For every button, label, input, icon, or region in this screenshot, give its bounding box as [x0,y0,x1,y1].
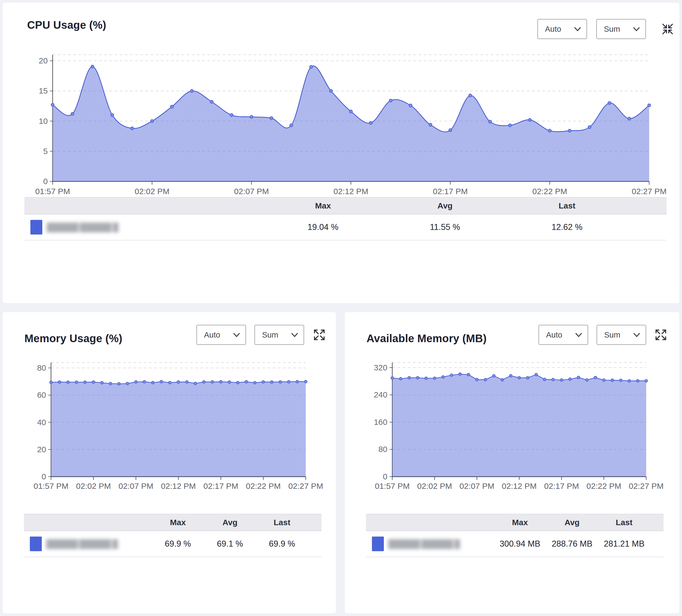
chevron-down-icon [633,333,640,337]
interval-select[interactable]: Auto [538,19,587,39]
svg-text:02:07 PM: 02:07 PM [118,481,153,491]
svg-text:01:57 PM: 01:57 PM [35,187,70,196]
interval-select-value: Auto [204,331,220,339]
svg-text:15: 15 [39,86,48,95]
legend-table-header: Max Avg Last [366,514,663,531]
last-value: 281.21 MB [598,539,650,549]
svg-text:01:57 PM: 01:57 PM [33,481,68,491]
aggregation-select-value: Sum [604,25,620,33]
interval-select-value: Auto [545,25,561,33]
table-row[interactable]: ██████ ██████ █ 300.94 MB 288.76 MB 281.… [366,531,663,557]
svg-text:10: 10 [39,117,48,125]
legend-table-header: Max Avg Last [24,514,321,531]
svg-text:80: 80 [37,363,46,372]
series-label-blurred: ██████ ██████ █ [46,539,117,548]
svg-text:02:12 PM: 02:12 PM [161,481,196,491]
svg-text:20: 20 [39,56,48,65]
last-value: 69.9 % [256,539,308,549]
series-color-swatch [30,537,42,551]
aggregation-select[interactable]: Sum [596,325,646,345]
expand-icon[interactable] [654,328,668,342]
column-header-last: Last [256,518,308,527]
aggregation-select-value: Sum [604,331,620,339]
svg-text:320: 320 [374,363,387,372]
svg-text:80: 80 [379,445,387,454]
column-header-avg: Avg [384,201,506,210]
column-header-avg: Avg [204,518,256,527]
max-value: 19.04 % [262,222,384,232]
svg-text:02:27 PM: 02:27 PM [629,481,663,491]
svg-text:02:02 PM: 02:02 PM [417,481,452,491]
max-value: 300.94 MB [494,539,546,549]
svg-text:02:17 PM: 02:17 PM [433,187,468,196]
svg-text:02:07 PM: 02:07 PM [459,481,494,491]
aggregation-select-value: Sum [262,331,278,339]
series-color-swatch [30,220,42,235]
svg-text:02:12 PM: 02:12 PM [334,187,368,196]
series-label-blurred: ██████ ██████ █ [47,222,118,232]
series-label-blurred: ██████ ██████ █ [388,539,459,548]
column-header-max: Max [494,518,546,527]
available-memory-chart[interactable]: 08016024032001:57 PM02:02 PM02:07 PM02:1… [369,359,670,493]
svg-text:02:12 PM: 02:12 PM [502,481,537,491]
column-header-max: Max [262,201,384,210]
max-value: 69.9 % [152,539,204,549]
page-title: Memory Usage (%) [24,332,122,345]
interval-select[interactable]: Auto [539,325,588,345]
svg-text:02:17 PM: 02:17 PM [203,481,238,491]
cpu-usage-panel: CPU Usage (%) Auto Sum 0510152001:57 PM0… [3,3,679,303]
svg-text:20: 20 [37,445,46,454]
svg-text:02:22 PM: 02:22 PM [587,481,621,491]
svg-text:0: 0 [42,472,46,481]
svg-text:01:57 PM: 01:57 PM [375,481,410,491]
aggregation-select[interactable]: Sum [596,19,646,39]
svg-text:02:27 PM: 02:27 PM [288,481,323,491]
svg-text:40: 40 [37,418,46,427]
series-color-swatch [372,537,384,551]
chevron-down-icon [233,333,240,337]
svg-text:02:22 PM: 02:22 PM [532,187,567,196]
svg-text:240: 240 [374,390,387,399]
memory-usage-panel: Memory Usage (%) Auto Sum 02040608001:57… [3,312,336,613]
svg-text:0: 0 [383,472,387,481]
avg-value: 69.1 % [204,539,256,549]
memory-usage-chart[interactable]: 02040608001:57 PM02:02 PM02:07 PM02:12 P… [27,359,328,493]
svg-text:0: 0 [43,177,48,186]
svg-text:160: 160 [374,418,387,426]
available-memory-legend-table: Max Avg Last ██████ ██████ █ 300.94 MB 2… [366,514,663,557]
chevron-down-icon [291,333,298,337]
column-header-last: Last [506,201,628,210]
legend-table-header: Max Avg Last [24,197,666,214]
svg-text:5: 5 [43,147,48,156]
memory-legend-table: Max Avg Last ██████ ██████ █ 69.9 % 69.1… [24,514,321,557]
page-title: Available Memory (MB) [366,332,487,345]
interval-select[interactable]: Auto [197,325,246,345]
svg-text:02:02 PM: 02:02 PM [135,187,169,196]
expand-icon[interactable] [312,328,326,342]
column-header-avg: Avg [546,518,598,527]
svg-text:60: 60 [37,390,46,399]
table-row[interactable]: ██████ ██████ █ 69.9 % 69.1 % 69.9 % [24,531,321,557]
cpu-usage-chart[interactable]: 0510152001:57 PM02:02 PM02:07 PM02:12 PM… [27,51,654,199]
svg-text:02:22 PM: 02:22 PM [246,481,280,491]
collapse-icon[interactable] [660,22,675,36]
last-value: 12.62 % [506,222,628,232]
svg-text:02:17 PM: 02:17 PM [544,481,579,491]
svg-text:02:07 PM: 02:07 PM [234,187,269,196]
available-memory-panel: Available Memory (MB) Auto Sum 080160240… [345,312,679,613]
interval-select-value: Auto [546,331,562,339]
column-header-last: Last [598,518,650,527]
chevron-down-icon [575,333,582,337]
column-header-max: Max [152,518,204,527]
avg-value: 288.76 MB [546,539,598,549]
aggregation-select[interactable]: Sum [254,325,304,345]
svg-text:02:27 PM: 02:27 PM [632,187,666,196]
svg-text:02:02 PM: 02:02 PM [76,481,111,491]
table-row[interactable]: ██████ ██████ █ 19.04 % 11.55 % 12.62 % [24,214,666,240]
chevron-down-icon [574,27,581,31]
page-title: CPU Usage (%) [27,19,106,31]
avg-value: 11.55 % [384,222,506,232]
cpu-legend-table: Max Avg Last ██████ ██████ █ 19.04 % 11.… [24,197,666,240]
chevron-down-icon [633,27,640,31]
